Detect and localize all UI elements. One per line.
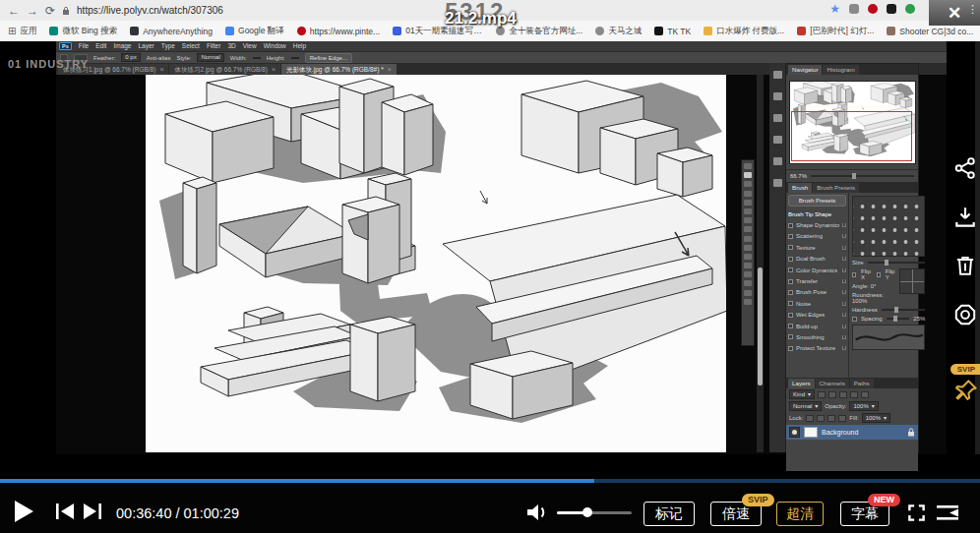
stamp-tool-icon[interactable]: [744, 236, 752, 242]
lock-icon[interactable]: [842, 279, 846, 283]
brush-spacing-slider[interactable]: [887, 318, 910, 320]
address-bar[interactable]: https://live.polyv.cn/watch/307306: [77, 5, 223, 16]
checkbox[interactable]: [788, 245, 793, 250]
brush-roundness-value[interactable]: Roundness: 100%: [852, 292, 895, 304]
doc-tab-active[interactable]: 光影体块.jpg @ 66.7% (RGB/8#) *×: [281, 64, 397, 75]
tab-close-icon[interactable]: ×: [159, 64, 163, 75]
healing-tool-icon[interactable]: [744, 217, 752, 223]
adjustments-panel-icon[interactable]: [773, 114, 782, 122]
canvas-scrollbar[interactable]: [757, 75, 764, 452]
ps-menu-select[interactable]: Select: [182, 43, 200, 50]
next-button[interactable]: [83, 503, 101, 523]
checkbox[interactable]: [788, 234, 793, 239]
fullscreen-icon[interactable]: [907, 503, 926, 526]
brush-angle-value[interactable]: Angle: 0°: [852, 283, 895, 289]
doc-tab[interactable]: 体块练习2.jpg @ 66.7% (RGB/8)×: [169, 64, 279, 75]
brush-option[interactable]: Scattering: [788, 231, 846, 242]
lasso-tool-icon[interactable]: [744, 181, 752, 187]
checkbox[interactable]: [788, 279, 793, 284]
brush-option[interactable]: Shape Dynamics: [788, 219, 846, 230]
checkbox[interactable]: [788, 334, 793, 339]
antialias-checkbox-label[interactable]: Anti-alias: [147, 55, 171, 61]
wand-tool-icon[interactable]: [744, 191, 752, 197]
eraser-tool-icon[interactable]: [744, 254, 752, 260]
lock-icon[interactable]: [842, 234, 846, 238]
bookmark-item[interactable]: [巴别时代] 幻灯...: [797, 26, 874, 37]
brush-option[interactable]: Build-up: [788, 321, 846, 331]
filter-adjustment-icon[interactable]: [828, 391, 836, 398]
layer-visibility-toggle[interactable]: [789, 427, 800, 438]
lock-pixels-icon[interactable]: [817, 415, 825, 422]
pin-icon[interactable]: [952, 378, 979, 408]
filter-smartobject-icon[interactable]: [861, 391, 869, 398]
back-icon[interactable]: ←: [8, 5, 20, 17]
lock-icon[interactable]: [842, 246, 846, 250]
gradient-tool-icon[interactable]: [744, 263, 752, 268]
slider-handle[interactable]: [893, 316, 897, 322]
tab-paths[interactable]: Paths: [850, 379, 874, 388]
checkbox[interactable]: [788, 301, 793, 306]
bookmark-star-icon[interactable]: ★: [829, 2, 840, 16]
opacity-value[interactable]: 100%▾: [849, 401, 878, 411]
scrollbar-thumb[interactable]: [758, 267, 763, 385]
pen-tool-icon[interactable]: [744, 280, 752, 286]
share-icon[interactable]: [952, 155, 978, 181]
brush-tool-icon[interactable]: [744, 226, 752, 232]
extension-icon[interactable]: [849, 4, 859, 14]
ps-menu-view[interactable]: View: [243, 43, 257, 50]
lock-icon[interactable]: [842, 313, 846, 317]
navigator-zoom-slider[interactable]: [811, 175, 914, 177]
checkbox[interactable]: [788, 313, 793, 318]
lock-icon[interactable]: [842, 290, 846, 294]
brush-option[interactable]: Dual Brush: [788, 254, 846, 265]
history-brush-tool-icon[interactable]: [744, 245, 752, 251]
spacing-checkbox[interactable]: [852, 317, 857, 322]
shape-tool-icon[interactable]: [744, 299, 752, 305]
brush-option[interactable]: Transfer: [788, 275, 846, 286]
swatches-panel-icon[interactable]: [773, 92, 782, 100]
checkbox[interactable]: [788, 223, 793, 228]
mark-button[interactable]: 标记: [643, 502, 695, 526]
layer-thumbnail[interactable]: [804, 427, 818, 438]
lock-position-icon[interactable]: [827, 415, 835, 422]
layer-filter-kind[interactable]: Kind▾: [789, 389, 815, 399]
slider-handle[interactable]: [894, 307, 898, 313]
brush-option[interactable]: Protect Texture: [788, 343, 846, 354]
layer-row-background[interactable]: Background: [786, 425, 918, 440]
record-icon[interactable]: [952, 302, 978, 327]
slider-handle[interactable]: [852, 173, 856, 179]
type-tool-icon[interactable]: [744, 290, 752, 296]
fill-value[interactable]: 100%▾: [862, 413, 890, 423]
brush-hardness-slider[interactable]: [882, 309, 926, 311]
checkbox[interactable]: [788, 346, 793, 351]
flip-y-checkbox[interactable]: [877, 272, 881, 277]
volume-knob[interactable]: [582, 507, 592, 517]
filter-type-icon[interactable]: [839, 391, 847, 398]
brush-presets-button[interactable]: Brush Presets: [788, 195, 846, 207]
bookmark-item[interactable]: 口水爆炸 付费版...: [704, 26, 784, 37]
ps-menu-image[interactable]: Image: [113, 43, 131, 50]
ps-menu-edit[interactable]: Edit: [95, 43, 106, 50]
marquee-tool-icon[interactable]: [744, 172, 752, 178]
lock-icon[interactable]: [842, 346, 846, 350]
tab-brush[interactable]: Brush: [788, 183, 812, 193]
brush-option[interactable]: Texture: [788, 242, 846, 253]
volume-icon[interactable]: [526, 503, 548, 525]
brush-option[interactable]: Brush Pose: [788, 287, 846, 298]
height-input[interactable]: [291, 57, 299, 59]
checkbox[interactable]: [788, 267, 793, 272]
blend-mode-select[interactable]: Normal▾: [789, 401, 822, 411]
checkbox[interactable]: [788, 290, 793, 295]
flip-x-checkbox[interactable]: [852, 272, 856, 277]
slider-handle[interactable]: [885, 260, 888, 266]
brush-option[interactable]: Color Dynamics: [788, 265, 846, 275]
tab-brush-presets[interactable]: Brush Presets: [813, 183, 859, 193]
navigator-thumbnail[interactable]: [790, 82, 915, 163]
download-icon[interactable]: [952, 205, 978, 230]
bookmark-item[interactable]: Google 翻译: [225, 26, 284, 37]
eyedropper-tool-icon[interactable]: [744, 208, 752, 214]
ps-canvas[interactable]: [146, 75, 726, 452]
lock-icon[interactable]: [842, 223, 846, 227]
refine-edge-button[interactable]: Refine Edge...: [305, 53, 352, 63]
blur-tool-icon[interactable]: [744, 271, 752, 277]
